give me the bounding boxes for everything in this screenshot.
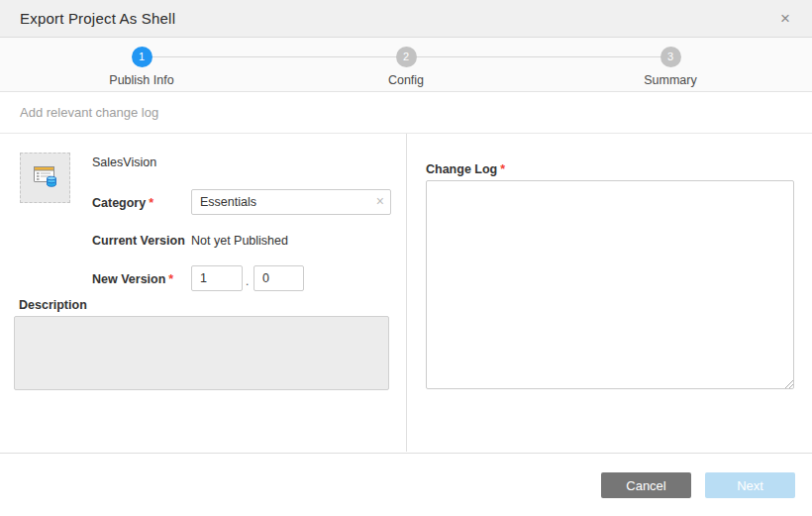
- cancel-button[interactable]: Cancel: [601, 472, 691, 498]
- panel-divider: [406, 134, 407, 452]
- description-textarea: [14, 316, 389, 390]
- category-input[interactable]: [191, 189, 391, 215]
- current-version-label: Current Version: [92, 234, 185, 248]
- required-asterisk: *: [149, 196, 153, 210]
- category-field-wrap: ×: [191, 189, 391, 215]
- dialog-titlebar: Export Project As Shell ×: [0, 0, 812, 38]
- step-publish-info[interactable]: 1 Publish Info: [72, 47, 211, 87]
- project-icon-box: [20, 153, 70, 203]
- project-name: SalesVision: [92, 155, 156, 169]
- step-3-circle: 3: [660, 47, 681, 67]
- step-1-label: Publish Info: [72, 73, 211, 87]
- change-log-label: Change Log*: [426, 162, 505, 176]
- step-2-circle: 2: [396, 47, 417, 67]
- new-version-minor-input[interactable]: [254, 265, 304, 291]
- required-asterisk: *: [500, 162, 505, 176]
- new-version-label: New Version*: [92, 272, 173, 286]
- step-config[interactable]: 2 Config: [337, 47, 475, 87]
- step-1-circle: 1: [132, 47, 152, 67]
- new-version-major-input[interactable]: [191, 265, 243, 291]
- change-log-hint-text: Add relevant change log: [20, 105, 158, 120]
- change-log-textarea[interactable]: [426, 180, 794, 389]
- step-summary[interactable]: 3 Summary: [601, 47, 740, 87]
- category-label: Category*: [92, 196, 153, 210]
- dialog-body: SalesVision Category* × Current Version …: [0, 134, 812, 453]
- dialog-footer: Cancel Next: [0, 453, 812, 516]
- required-asterisk: *: [168, 272, 173, 286]
- export-project-dialog: Export Project As Shell × 1 Publish Info…: [0, 0, 812, 516]
- step-2-label: Config: [337, 73, 475, 87]
- table-database-icon: [31, 161, 60, 195]
- subheader: Add relevant change log: [0, 92, 812, 134]
- step-3-label: Summary: [601, 73, 740, 87]
- current-version-value: Not yet Published: [191, 234, 288, 248]
- clear-category-icon[interactable]: ×: [376, 194, 384, 208]
- wizard-stepper: 1 Publish Info 2 Config 3 Summary: [0, 38, 812, 92]
- next-button[interactable]: Next: [705, 472, 795, 498]
- dialog-title: Export Project As Shell: [20, 10, 175, 27]
- description-label: Description: [19, 298, 87, 312]
- version-separator: .: [246, 274, 249, 288]
- close-icon[interactable]: ×: [776, 8, 794, 29]
